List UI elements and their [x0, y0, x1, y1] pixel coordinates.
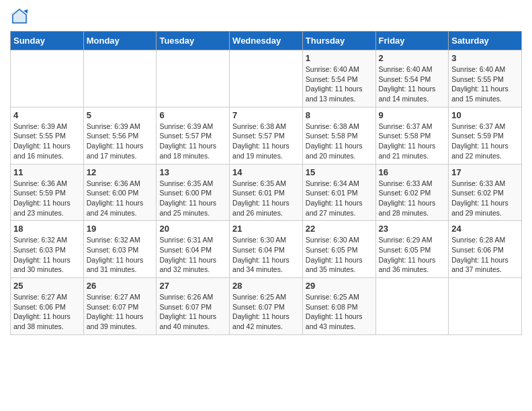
day-header-friday: Friday: [375, 32, 449, 50]
day-info: Daylight: 11 hours and 38 minutes.: [13, 312, 81, 331]
day-info: Sunset: 6:04 PM: [232, 245, 300, 255]
calendar-cell: 5Sunrise: 6:39 AMSunset: 5:56 PMDaylight…: [83, 107, 157, 164]
day-info: Sunset: 6:01 PM: [306, 188, 373, 198]
day-info: Sunset: 6:05 PM: [379, 245, 446, 255]
calendar-cell: 13Sunrise: 6:35 AMSunset: 6:00 PMDayligh…: [157, 164, 230, 221]
day-info: Daylight: 11 hours and 22 minutes.: [451, 141, 519, 161]
day-number: 23: [379, 224, 446, 234]
calendar-cell: 7Sunrise: 6:38 AMSunset: 5:57 PMDaylight…: [230, 107, 303, 164]
day-number: 17: [451, 167, 519, 177]
day-info: Sunset: 5:54 PM: [306, 75, 373, 85]
calendar-cell: [230, 50, 303, 107]
day-number: 12: [87, 167, 154, 177]
day-info: Daylight: 11 hours and 40 minutes.: [159, 312, 226, 331]
day-number: 19: [87, 224, 154, 234]
day-info: Daylight: 11 hours and 31 minutes.: [87, 255, 154, 275]
calendar-cell: 28Sunrise: 6:25 AMSunset: 6:07 PMDayligh…: [230, 278, 303, 335]
calendar-cell: 17Sunrise: 6:33 AMSunset: 6:02 PMDayligh…: [449, 164, 522, 221]
day-info: Sunset: 5:55 PM: [13, 131, 81, 141]
day-info: Sunrise: 6:38 AM: [232, 122, 300, 132]
day-info: Sunrise: 6:40 AM: [379, 64, 446, 75]
day-info: Sunset: 6:07 PM: [159, 302, 226, 312]
day-number: 2: [379, 53, 446, 63]
calendar-cell: 12Sunrise: 6:36 AMSunset: 6:00 PMDayligh…: [83, 164, 157, 221]
day-number: 25: [13, 281, 81, 291]
day-header-monday: Monday: [83, 32, 157, 50]
day-number: 6: [159, 110, 226, 120]
day-info: Sunset: 6:00 PM: [87, 188, 154, 198]
day-info: Daylight: 11 hours and 32 minutes.: [159, 255, 226, 275]
calendar-cell: 1Sunrise: 6:40 AMSunset: 5:54 PMDaylight…: [302, 50, 375, 107]
day-info: Daylight: 11 hours and 37 minutes.: [451, 255, 519, 275]
day-number: 24: [451, 224, 519, 234]
calendar-cell: 27Sunrise: 6:26 AMSunset: 6:07 PMDayligh…: [157, 278, 230, 335]
day-info: Sunset: 5:56 PM: [87, 131, 154, 141]
page-header: [10, 7, 522, 26]
day-number: 14: [232, 167, 300, 177]
day-header-thursday: Thursday: [302, 32, 375, 50]
day-info: Sunset: 6:03 PM: [87, 245, 154, 255]
day-number: 20: [159, 224, 226, 234]
day-number: 13: [159, 167, 226, 177]
day-info: Daylight: 11 hours and 30 minutes.: [13, 255, 81, 275]
calendar-cell: 25Sunrise: 6:27 AMSunset: 6:06 PMDayligh…: [11, 278, 84, 335]
calendar-cell: 11Sunrise: 6:36 AMSunset: 5:59 PMDayligh…: [11, 164, 84, 221]
day-number: 21: [232, 224, 300, 234]
day-info: Sunrise: 6:32 AM: [13, 235, 81, 245]
calendar-cell: 2Sunrise: 6:40 AMSunset: 5:54 PMDaylight…: [375, 50, 449, 107]
calendar-cell: 20Sunrise: 6:31 AMSunset: 6:04 PMDayligh…: [157, 221, 230, 278]
day-info: Sunset: 6:08 PM: [306, 302, 373, 312]
day-info: Sunrise: 6:28 AM: [451, 235, 519, 245]
day-info: Sunrise: 6:40 AM: [451, 64, 519, 75]
calendar-cell: [157, 50, 230, 107]
week-row-4: 18Sunrise: 6:32 AMSunset: 6:03 PMDayligh…: [11, 221, 522, 278]
day-info: Sunrise: 6:36 AM: [87, 179, 154, 189]
day-info: Sunset: 5:54 PM: [379, 75, 446, 85]
calendar-cell: 26Sunrise: 6:27 AMSunset: 6:07 PMDayligh…: [83, 278, 157, 335]
calendar-cell: [11, 50, 84, 107]
day-info: Daylight: 11 hours and 43 minutes.: [306, 312, 373, 331]
week-row-5: 25Sunrise: 6:27 AMSunset: 6:06 PMDayligh…: [11, 278, 522, 335]
calendar-cell: 4Sunrise: 6:39 AMSunset: 5:55 PMDaylight…: [11, 107, 84, 164]
day-info: Daylight: 11 hours and 21 minutes.: [379, 141, 446, 161]
day-info: Sunset: 5:58 PM: [306, 131, 373, 141]
day-info: Daylight: 11 hours and 15 minutes.: [451, 84, 519, 103]
day-number: 1: [306, 53, 373, 63]
day-number: 9: [379, 110, 446, 120]
day-info: Daylight: 11 hours and 29 minutes.: [451, 198, 519, 218]
calendar-cell: 16Sunrise: 6:33 AMSunset: 6:02 PMDayligh…: [375, 164, 449, 221]
day-info: Sunrise: 6:27 AM: [87, 292, 154, 302]
day-header-sunday: Sunday: [11, 32, 84, 50]
day-info: Sunrise: 6:25 AM: [232, 292, 300, 302]
calendar-cell: 14Sunrise: 6:35 AMSunset: 6:01 PMDayligh…: [230, 164, 303, 221]
day-info: Sunset: 6:02 PM: [451, 188, 519, 198]
day-number: 3: [451, 53, 519, 63]
day-number: 8: [306, 110, 373, 120]
day-info: Sunrise: 6:39 AM: [13, 122, 81, 132]
calendar-cell: 3Sunrise: 6:40 AMSunset: 5:55 PMDaylight…: [449, 50, 522, 107]
day-number: 29: [306, 281, 373, 291]
calendar-cell: 24Sunrise: 6:28 AMSunset: 6:06 PMDayligh…: [449, 221, 522, 278]
day-info: Daylight: 11 hours and 28 minutes.: [379, 198, 446, 218]
calendar-cell: 19Sunrise: 6:32 AMSunset: 6:03 PMDayligh…: [83, 221, 157, 278]
day-info: Sunrise: 6:35 AM: [232, 179, 300, 189]
day-info: Sunrise: 6:30 AM: [306, 235, 373, 245]
calendar-cell: 15Sunrise: 6:34 AMSunset: 6:01 PMDayligh…: [302, 164, 375, 221]
day-info: Sunrise: 6:38 AM: [306, 122, 373, 132]
day-number: 28: [232, 281, 300, 291]
calendar-cell: 6Sunrise: 6:39 AMSunset: 5:57 PMDaylight…: [157, 107, 230, 164]
day-info: Sunset: 6:01 PM: [232, 188, 300, 198]
day-info: Sunrise: 6:29 AM: [379, 235, 446, 245]
calendar-cell: 10Sunrise: 6:37 AMSunset: 5:59 PMDayligh…: [449, 107, 522, 164]
day-info: Daylight: 11 hours and 20 minutes.: [306, 141, 373, 161]
day-info: Sunrise: 6:33 AM: [379, 179, 446, 189]
day-info: Sunrise: 6:25 AM: [306, 292, 373, 302]
day-info: Daylight: 11 hours and 39 minutes.: [87, 312, 154, 331]
day-number: 10: [451, 110, 519, 120]
day-info: Sunrise: 6:35 AM: [159, 179, 226, 189]
day-info: Sunrise: 6:39 AM: [159, 122, 226, 132]
day-info: Sunrise: 6:33 AM: [451, 179, 519, 189]
logo-icon: [10, 7, 29, 26]
week-row-1: 1Sunrise: 6:40 AMSunset: 5:54 PMDaylight…: [11, 50, 522, 107]
day-info: Sunrise: 6:39 AM: [87, 122, 154, 132]
